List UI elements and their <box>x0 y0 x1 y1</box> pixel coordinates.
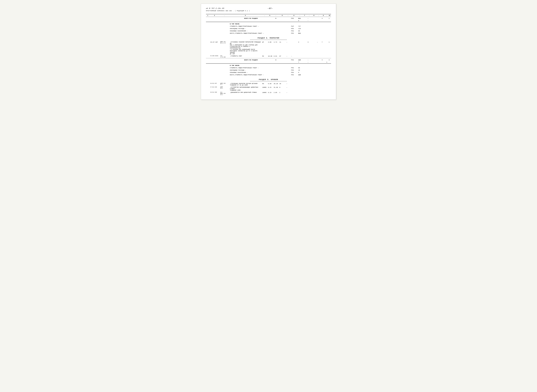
doc-reference: а4 Ā 707-2-19с.85 <box>206 8 224 9</box>
entry-34-c16 <box>326 41 328 55</box>
entry-35-subcode: ССЦп.11-158 <box>219 55 229 58</box>
s4-vtc-desc3: ПЛАНОВЫЕ НАКОПЛЕНИЯ – <box>229 71 279 74</box>
entry-35-unit: М2 <box>261 55 267 58</box>
entry-37-col1 <box>206 86 209 91</box>
col-header-dot1: . <box>219 14 229 17</box>
col-header-dot3: . <box>273 14 279 17</box>
s3-empty <box>206 17 229 19</box>
s3-vtc-val4: 911 <box>297 32 307 34</box>
s3-sub-value: 5 <box>297 19 307 22</box>
entry-34-q5: 3.00 <box>267 41 273 55</box>
col-header-7: 7 <box>302 14 307 17</box>
col-header-3: 3 <box>229 14 262 17</box>
s4-vtc-row2: НАКЛАДНЫЕ РАСХОДЫ – РУБ 16 <box>206 69 331 71</box>
s4-value: 123 <box>297 58 307 61</box>
entry-38-col1 <box>206 91 209 96</box>
s4-vtc-val4: 123 <box>297 74 307 76</box>
s3-vtc-cur2: РУБ <box>290 28 297 30</box>
s3-currency: РУБ <box>290 17 297 19</box>
s4-vtc-cur3: РУБ <box>290 71 297 74</box>
entry-38-code: 38.Е12-300 <box>209 91 219 96</box>
page-number: -37- <box>268 8 273 9</box>
entry-34-c15: 7 <box>321 41 326 55</box>
s3-vtomchisle-label-row: В ТОМ ЧИСЛЕ: <box>206 22 331 25</box>
entry-35-rest <box>297 55 331 58</box>
s4-sub-value: 7 <box>297 61 307 64</box>
entry-38-c8: – <box>286 91 290 96</box>
s4-vtc-desc4: ВСЕГО,СТОИМОСТЬ ОБЩЕСТРОИТЕЛЬНЫХ РАБОТ – <box>229 74 279 76</box>
s3-empty2 <box>279 17 290 19</box>
s3-extra4: 1 <box>328 17 331 19</box>
table-header-row: 1 2 . 3 . 4. . 5 . 6 . 7 . 8 . 9 . 10 <box>206 14 331 17</box>
s3-dash2: – <box>307 19 331 22</box>
col-header-8: 8 <box>311 14 316 17</box>
col-header-1: 1 <box>206 14 209 17</box>
s4-vtc-val1: 98 <box>297 67 307 69</box>
entry-34-c12: 3 <box>307 41 311 55</box>
s3-extra3 <box>326 17 328 19</box>
entry-38-unit: 100М2 <box>261 91 267 96</box>
col-header-dot8: . <box>326 14 328 17</box>
s4-vtc-cur2: РУБ <box>290 69 297 71</box>
main-table: 1 2 . 3 . 4. . 5 . 6 . 7 . 8 . 9 . 10 <box>206 14 331 96</box>
entry-37-unit: 100М2 <box>261 86 267 91</box>
entry-37-q6: 51.60 <box>273 86 279 91</box>
razdel5-equals: ========================================… <box>207 81 330 82</box>
s4-sub-row: 7 – 1 <box>206 61 331 64</box>
entry-34-c9 <box>290 41 297 55</box>
entry-35-c7: 87 <box>279 55 286 58</box>
entry-34-code: 34.Е7-487 <box>209 41 219 55</box>
entry-38-rest <box>290 91 331 96</box>
entry-37-c7: 8 <box>279 86 286 91</box>
s3-vtc-row1: СТОИМОСТЬ ОБЩЕСТРОИТЕЛЬНЫХ РАБОТ – Руб 7… <box>206 25 331 28</box>
entry-34-unit: ШТ <box>261 41 267 55</box>
s4-vtc-val3: 9 <box>297 71 307 74</box>
entry-36-q5: 0.99 <box>267 83 273 86</box>
entry-37-c8: – <box>286 86 290 91</box>
s3-sub-row: 5 – <box>206 19 331 22</box>
section4-total-row: ВСЕГО ПО РАЗДЕЛУ 4 РУБ 123 – 4 3 <box>206 58 331 61</box>
s3-vtc-val2: 118 <box>297 28 307 30</box>
entry-35-row: 35.608-91056 ССЦп.11-158 -СТОИМОСТЬ ПЛИТ… <box>206 55 331 58</box>
entry-38-q5: 0.15 <box>267 91 273 96</box>
entry-36-col1 <box>206 83 209 86</box>
s4-extra5: 1 <box>326 61 331 64</box>
entry-34-c7: 11 <box>279 41 286 55</box>
s3-vtc-cur1: Руб <box>290 25 297 28</box>
entry-34-row: 34.Е7-487 ШИФР ЗСН40-4-1.8 -УСТАНОВКА ПА… <box>206 41 331 55</box>
s3-dash: – <box>307 17 316 19</box>
entry-34-c17: 1 <box>328 41 331 55</box>
razdel4-title: РАЗДЕЛ 4. ПОКРЫТИЯ <box>207 36 330 39</box>
s3-vtc-desc4: ВСЕГО,СТОИМОСТЬ ОБЩЕСТРОИТЕЛЬНЫХ РАБОТ – <box>229 32 279 34</box>
s4-vtc-cur4: РУБ <box>290 74 297 76</box>
razdel5-title-row: РАЗДЕЛ 5. КРОВЛЯ =======================… <box>206 76 331 83</box>
entry-35-col1 <box>206 55 209 58</box>
page-header: а4 Ā 707-2-19с.85 -37- <box>206 8 331 9</box>
entry-34-c13 <box>311 41 316 55</box>
entry-34-c11 <box>302 41 307 55</box>
s3-vtc-desc2: НАКЛАДНЫЕ РАСХОДЫ – <box>229 28 279 30</box>
entry-35-q5: 10.80 <box>267 55 273 58</box>
section3-total-row: ВСЕГО ПО РАЗДЕЛУ 3 РУБ 911 – 4 1 <box>206 17 331 19</box>
s4-dash2: – <box>307 61 326 64</box>
entry-38-row: 38.Е12-300 К=5ШИФР ЗСН10-2 -ДОБАВЛЯЕТСЯ … <box>206 91 331 96</box>
s3-vtc-desc1: СТОИМОСТЬ ОБЩЕСТРОИТЕЛЬНЫХ РАБОТ – <box>229 25 279 28</box>
s4-vtc-val2: 16 <box>297 69 307 71</box>
s3-vtc-val3: 66 <box>297 30 307 32</box>
col-header-dot4: . <box>286 14 290 17</box>
entry-37-code: 37.Е12-299 <box>209 86 219 91</box>
entry-38-q6: 2.85 <box>273 91 279 96</box>
entry-35-c9: – <box>290 55 297 58</box>
entry-36-subcode: ШИФР ЗСН9-4 <box>219 83 229 86</box>
entry-35-c8: – <box>286 55 290 58</box>
s4-number: 4 <box>273 58 279 61</box>
entry-37-rest <box>290 86 331 91</box>
entry-34-c14: – <box>316 41 321 55</box>
entry-37-q5: 0.15 <box>267 86 273 91</box>
entry-36-row: 36.Е12-287 ШИФР ЗСН9-4 -УТЕПЛЕНИЕ ПОКРЫТ… <box>206 83 331 86</box>
razdel4-equals: ========================================… <box>207 39 330 41</box>
col-header-dot7: . <box>316 14 321 17</box>
entry-36-q6: 35.20 <box>273 83 279 86</box>
s4-extra2: 4 <box>321 58 326 61</box>
entry-34-subcode: ШИФР ЗСН40-4-1.8 <box>219 41 229 55</box>
